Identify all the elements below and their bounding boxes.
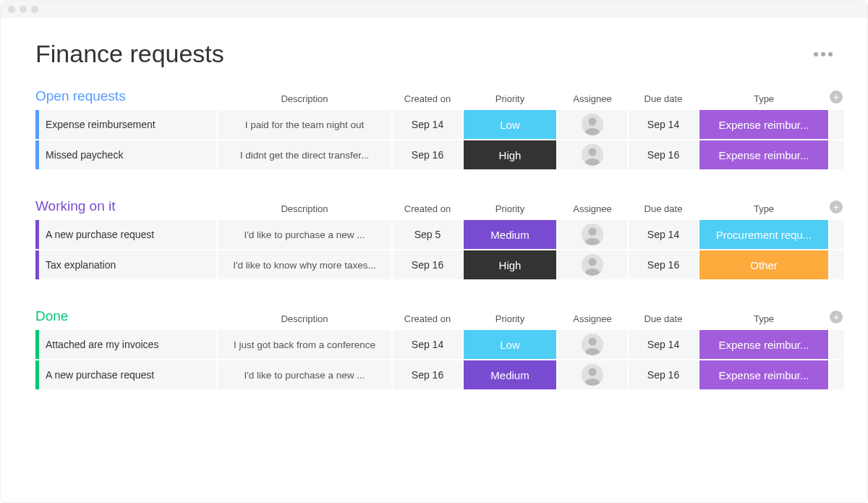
item-name: A new purchase request <box>46 229 154 240</box>
svg-point-3 <box>589 148 597 156</box>
add-column-icon[interactable]: + <box>830 310 843 324</box>
more-options-icon[interactable] <box>814 52 833 56</box>
type-cell[interactable]: Expense reimbur... <box>699 360 828 389</box>
col-head-assignee[interactable]: Assignee <box>558 203 627 216</box>
priority-cell[interactable]: Low <box>464 330 556 359</box>
priority-cell[interactable]: High <box>464 250 556 279</box>
due-date-cell[interactable]: Sep 16 <box>629 360 698 389</box>
due-date-cell[interactable]: Sep 14 <box>629 220 698 249</box>
group-open: Open requestsDescriptionCreated onPriori… <box>35 88 833 169</box>
assignee-cell[interactable] <box>558 110 627 139</box>
due-date-cell[interactable]: Sep 16 <box>629 140 698 169</box>
assignee-cell[interactable] <box>558 140 627 169</box>
type-cell[interactable]: Expense reimbur... <box>699 140 828 169</box>
item-name-cell[interactable]: Attached are my invoices <box>35 330 216 359</box>
svg-point-7 <box>589 258 597 266</box>
avatar <box>582 364 603 386</box>
svg-point-9 <box>589 338 597 346</box>
avatar <box>582 334 603 355</box>
row-accent <box>35 110 39 139</box>
item-name-cell[interactable]: Tax explanation <box>35 250 216 279</box>
board-header: Finance requests <box>35 40 833 68</box>
row-trailing-cell <box>830 220 844 249</box>
description-cell[interactable]: I didnt get the direct transfer... <box>218 140 391 169</box>
window-close-dot[interactable] <box>8 6 15 13</box>
priority-cell[interactable]: High <box>464 140 556 169</box>
svg-point-11 <box>589 368 597 376</box>
created-on-cell[interactable]: Sep 16 <box>393 250 462 279</box>
type-cell[interactable]: Other <box>699 250 828 279</box>
col-head-due_date[interactable]: Due date <box>629 203 698 216</box>
item-name-cell[interactable]: A new purchase request <box>35 360 216 389</box>
col-head-created_on[interactable]: Created on <box>393 93 462 106</box>
col-head-created_on[interactable]: Created on <box>393 313 462 326</box>
assignee-cell[interactable] <box>558 250 627 279</box>
type-cell[interactable]: Procurement requ... <box>699 220 828 249</box>
due-date-cell[interactable]: Sep 14 <box>629 330 698 359</box>
table-row: Missed paycheckI didnt get the direct tr… <box>35 140 833 169</box>
description-cell[interactable]: I paid for the team night out <box>218 110 391 139</box>
priority-cell[interactable]: Low <box>464 110 556 139</box>
row-trailing-cell <box>830 360 844 389</box>
due-date-cell[interactable]: Sep 16 <box>629 250 698 279</box>
created-on-cell[interactable]: Sep 5 <box>393 220 462 249</box>
created-on-cell[interactable]: Sep 16 <box>393 360 462 389</box>
group-header: Working on itDescriptionCreated onPriori… <box>35 198 833 216</box>
avatar <box>582 254 603 276</box>
col-head-description[interactable]: Description <box>218 203 391 216</box>
row-accent <box>35 140 39 169</box>
group-header: DoneDescriptionCreated onPriorityAssigne… <box>35 308 833 326</box>
add-column-icon[interactable]: + <box>830 200 843 214</box>
description-cell[interactable]: I'd like to know why more taxes... <box>218 250 391 279</box>
table-row: A new purchase requestI'd like to purcha… <box>35 360 833 389</box>
description-cell[interactable]: I'd like to purchase a new ... <box>218 220 391 249</box>
item-name-cell[interactable]: A new purchase request <box>35 220 216 249</box>
add-column-icon[interactable]: + <box>830 90 843 103</box>
assignee-cell[interactable] <box>558 360 627 389</box>
col-head-description[interactable]: Description <box>218 93 391 106</box>
created-on-cell[interactable]: Sep 16 <box>393 140 462 169</box>
description-cell[interactable]: I'd like to purchase a new ... <box>218 360 391 389</box>
col-head-type[interactable]: Type <box>699 313 828 326</box>
avatar <box>582 224 603 245</box>
col-head-type[interactable]: Type <box>699 203 828 216</box>
created-on-cell[interactable]: Sep 14 <box>393 110 462 139</box>
row-trailing-cell <box>830 140 844 169</box>
description-cell[interactable]: I just got back from a conference <box>218 330 391 359</box>
item-name-cell[interactable]: Expense reimbursement <box>35 110 216 139</box>
item-name: A new purchase request <box>46 369 154 381</box>
window-title-bar <box>1 1 867 18</box>
col-head-description[interactable]: Description <box>218 313 391 326</box>
group-done: DoneDescriptionCreated onPriorityAssigne… <box>35 308 833 389</box>
table-row: A new purchase requestI'd like to purcha… <box>35 220 833 249</box>
col-head-due_date[interactable]: Due date <box>629 313 698 326</box>
type-cell[interactable]: Expense reimbur... <box>699 110 828 139</box>
col-head-due_date[interactable]: Due date <box>629 93 698 106</box>
col-head-assignee[interactable]: Assignee <box>558 93 627 106</box>
type-cell[interactable]: Expense reimbur... <box>699 330 828 359</box>
svg-point-5 <box>589 228 597 236</box>
table-row: Expense reimbursementI paid for the team… <box>35 110 833 139</box>
priority-cell[interactable]: Medium <box>464 220 556 249</box>
row-accent <box>35 220 39 249</box>
col-head-priority[interactable]: Priority <box>464 313 556 326</box>
assignee-cell[interactable] <box>558 220 627 249</box>
due-date-cell[interactable]: Sep 14 <box>629 110 698 139</box>
col-head-priority[interactable]: Priority <box>464 203 556 216</box>
col-head-type[interactable]: Type <box>699 93 828 106</box>
window-minimize-dot[interactable] <box>20 6 27 13</box>
col-head-priority[interactable]: Priority <box>464 93 556 106</box>
table-row: Attached are my invoicesI just got back … <box>35 330 833 359</box>
group-name[interactable]: Done <box>35 308 216 326</box>
created-on-cell[interactable]: Sep 14 <box>393 330 462 359</box>
item-name-cell[interactable]: Missed paycheck <box>35 140 216 169</box>
window-zoom-dot[interactable] <box>31 6 38 13</box>
priority-cell[interactable]: Medium <box>464 360 556 389</box>
group-name[interactable]: Working on it <box>35 198 216 216</box>
col-head-created_on[interactable]: Created on <box>393 203 462 216</box>
row-trailing-cell <box>830 250 844 279</box>
group-name[interactable]: Open requests <box>35 88 216 106</box>
col-head-assignee[interactable]: Assignee <box>558 313 627 326</box>
assignee-cell[interactable] <box>558 330 627 359</box>
row-trailing-cell <box>830 110 844 139</box>
